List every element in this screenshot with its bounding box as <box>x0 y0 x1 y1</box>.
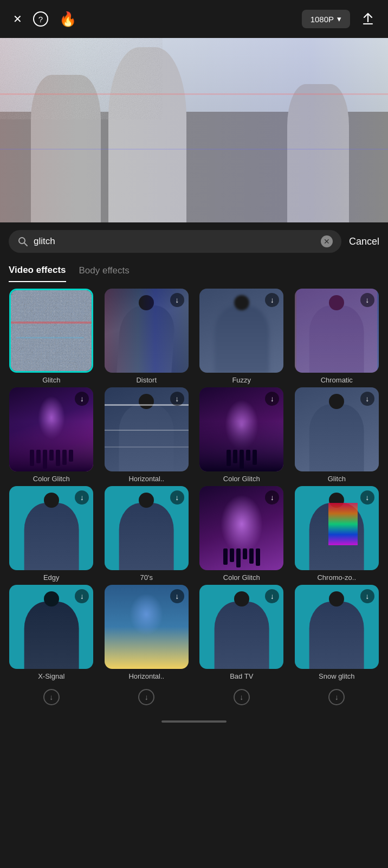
effect-thumb-glitch2: ↓ <box>295 387 379 471</box>
close-icon: ✕ <box>13 12 22 25</box>
download-badge-horizontal2: ↓ <box>170 589 184 603</box>
effect-thumb-chromozo: ↓ <box>295 486 379 570</box>
effect-distort[interactable]: ↓ Distort <box>101 289 193 384</box>
effect-thumb-horizontal2: ↓ <box>105 585 189 669</box>
download-badge-snowglitch: ↓ <box>360 589 374 603</box>
bottom-loader-row: ↓ ↓ ↓ ↓ <box>0 687 388 716</box>
help-button[interactable]: ? <box>33 11 48 27</box>
effect-fuzzy[interactable]: ↓ Fuzzy <box>196 289 288 384</box>
effect-thumb-xsignal: ↓ <box>9 585 93 669</box>
loader-2: ↓ <box>101 689 193 705</box>
effect-label-glitch: Glitch <box>42 376 60 384</box>
effect-label-snowglitch: Snow glitch <box>319 672 354 680</box>
loader-3: ↓ <box>196 689 288 705</box>
effect-label-xsignal: X-Signal <box>38 672 64 680</box>
flame-icon: 🔥 <box>59 11 76 28</box>
effect-label-chromozo: Chromo-zo.. <box>317 573 356 582</box>
preview-scene <box>0 38 388 222</box>
search-icon <box>17 236 28 247</box>
effect-label-badtv: Bad TV <box>230 672 253 680</box>
header-right: 1080P ▾ <box>302 10 375 28</box>
cancel-button[interactable]: Cancel <box>349 236 379 247</box>
effects-grid: Glitch ↓ Distort ↓ Fuzzy <box>0 282 388 687</box>
clear-search-button[interactable]: ✕ <box>321 235 333 247</box>
tab-video-effects-label: Video effects <box>9 265 66 275</box>
loader-1: ↓ <box>5 689 98 705</box>
scroll-indicator <box>161 720 227 723</box>
cancel-label: Cancel <box>349 236 379 247</box>
effect-thumb-distort: ↓ <box>105 289 189 373</box>
effect-badtv[interactable]: ↓ Bad TV <box>196 585 288 680</box>
upload-button[interactable] <box>361 12 375 26</box>
search-input[interactable] <box>34 236 315 247</box>
effect-glitch[interactable]: Glitch <box>5 289 98 384</box>
effect-thumb-snowglitch: ↓ <box>295 585 379 669</box>
effect-colorglitch2[interactable]: ↓ Color Glitch <box>196 387 288 483</box>
effect-label-distort: Distort <box>136 376 157 384</box>
svg-rect-4 <box>11 322 92 324</box>
effect-thumb-chromatic: ↓ <box>295 289 379 373</box>
effect-thumb-colorglitch1: ↓ <box>9 387 93 471</box>
resolution-label: 1080P <box>311 15 334 24</box>
effect-label-chromatic: Chromatic <box>321 376 353 384</box>
effect-horizontal2[interactable]: ↓ Horizontal.. <box>101 585 193 680</box>
effect-xsignal[interactable]: ↓ X-Signal <box>5 585 98 680</box>
loader-4: ↓ <box>291 689 383 705</box>
search-area: ✕ Cancel <box>0 222 388 260</box>
download-badge-horizontal1: ↓ <box>170 392 184 406</box>
chevron-down-icon: ▾ <box>337 14 341 24</box>
effect-thumb-horizontal1: ↓ <box>105 387 189 471</box>
effect-thumb-70s: ↓ <box>105 486 189 570</box>
effect-label-horizontal1: Horizontal.. <box>128 475 164 483</box>
upload-icon <box>361 12 375 26</box>
scroll-bar-area <box>0 716 388 729</box>
effect-snowglitch[interactable]: ↓ Snow glitch <box>291 585 383 680</box>
download-badge-chromozo: ↓ <box>360 490 374 505</box>
tabs-bar: Video effects Body effects <box>0 260 388 282</box>
effect-thumb-colorglitch2: ↓ <box>199 387 283 471</box>
effect-thumb-edgy: ↓ <box>9 486 93 570</box>
effect-horizontal1[interactable]: ↓ Horizontal.. <box>101 387 193 483</box>
resolution-button[interactable]: 1080P ▾ <box>302 10 350 28</box>
effect-thumb-fuzzy: ↓ <box>199 289 283 373</box>
effect-label-colorglitch1: Color Glitch <box>33 475 70 483</box>
clear-icon: ✕ <box>324 237 330 246</box>
effect-label-70s: 70's <box>140 573 153 582</box>
svg-rect-5 <box>16 337 84 339</box>
scan-line-2 <box>0 149 388 150</box>
effect-label-edgy: Edgy <box>43 573 60 582</box>
effect-chromatic[interactable]: ↓ Chromatic <box>291 289 383 384</box>
close-button[interactable]: ✕ <box>13 12 22 25</box>
svg-rect-3 <box>11 290 92 371</box>
effect-label-colorglitch2: Color Glitch <box>223 475 260 483</box>
effect-colorglitch3[interactable]: ↓ Color Glitch <box>196 486 288 582</box>
header: ✕ ? 🔥 1080P ▾ <box>0 0 388 38</box>
tab-body-effects-label: Body effects <box>79 265 130 276</box>
download-badge-chromatic: ↓ <box>360 293 374 307</box>
effect-glitch2[interactable]: ↓ Glitch <box>291 387 383 483</box>
effect-colorglitch1[interactable]: ↓ Color Glitch <box>5 387 98 483</box>
download-badge-glitch2: ↓ <box>360 392 374 406</box>
effect-thumb-glitch <box>9 289 93 373</box>
effect-label-glitch2: Glitch <box>328 475 346 483</box>
effect-label-colorglitch3: Color Glitch <box>223 573 260 582</box>
effect-edgy[interactable]: ↓ Edgy <box>5 486 98 582</box>
header-left: ✕ ? 🔥 <box>13 11 76 28</box>
help-icon: ? <box>33 11 48 27</box>
effect-label-fuzzy: Fuzzy <box>232 376 251 384</box>
download-badge-distort: ↓ <box>170 293 184 307</box>
download-badge-70s: ↓ <box>170 490 184 505</box>
tab-video-effects[interactable]: Video effects <box>9 265 66 282</box>
tab-body-effects[interactable]: Body effects <box>79 265 130 282</box>
effect-70s[interactable]: ↓ 70's <box>101 486 193 582</box>
video-preview <box>0 38 388 222</box>
search-bar: ✕ <box>9 230 341 253</box>
chromatic-overlay <box>0 38 388 222</box>
effect-thumb-badtv: ↓ <box>199 585 283 669</box>
effect-label-horizontal2: Horizontal.. <box>128 672 164 680</box>
scan-line-1 <box>0 93 388 95</box>
effect-thumb-colorglitch3: ↓ <box>199 486 283 570</box>
effect-chromozo[interactable]: ↓ Chromo-zo.. <box>291 486 383 582</box>
